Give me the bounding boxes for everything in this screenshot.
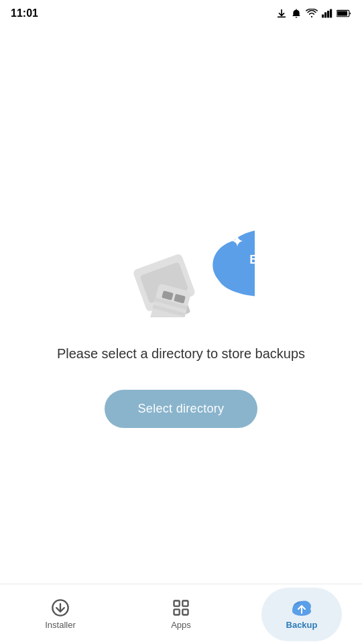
svg-rect-32 [182,609,188,614]
svg-rect-31 [174,609,180,614]
status-icons [276,8,351,19]
backup-illustration: BACKUP ✦ [107,183,255,317]
svg-rect-29 [174,601,180,606]
backup-description: Please select a directory to store backu… [57,344,305,363]
installer-icon [51,598,70,617]
svg-text:BACKUP: BACKUP [249,252,255,266]
status-time: 11:01 [11,7,38,19]
status-bar: 11:01 [0,0,362,27]
bottom-navigation: Installer Apps Backup [0,584,362,644]
nav-item-installer[interactable]: Installer [20,588,101,641]
signal-status-icon [322,9,333,18]
apps-icon [172,598,190,617]
battery-status-icon [337,9,351,17]
svg-text:✦: ✦ [231,231,244,250]
svg-rect-3 [327,11,329,17]
download-status-icon [276,8,287,19]
svg-rect-1 [322,15,324,18]
nav-item-backup[interactable]: Backup [261,588,342,641]
wifi-status-icon [306,9,318,18]
svg-rect-4 [330,9,332,18]
nav-item-apps[interactable]: Apps [141,588,221,641]
main-content: BACKUP ✦ Please select a directory to st… [0,27,362,584]
svg-rect-6 [337,11,347,15]
svg-rect-2 [324,12,326,17]
svg-rect-30 [182,601,188,606]
backup-icon [291,598,312,617]
apps-label: Apps [171,620,191,630]
select-directory-button[interactable]: Select directory [105,390,258,428]
installer-label: Installer [45,620,76,630]
notification-status-icon [291,8,302,19]
backup-label: Backup [286,620,318,630]
